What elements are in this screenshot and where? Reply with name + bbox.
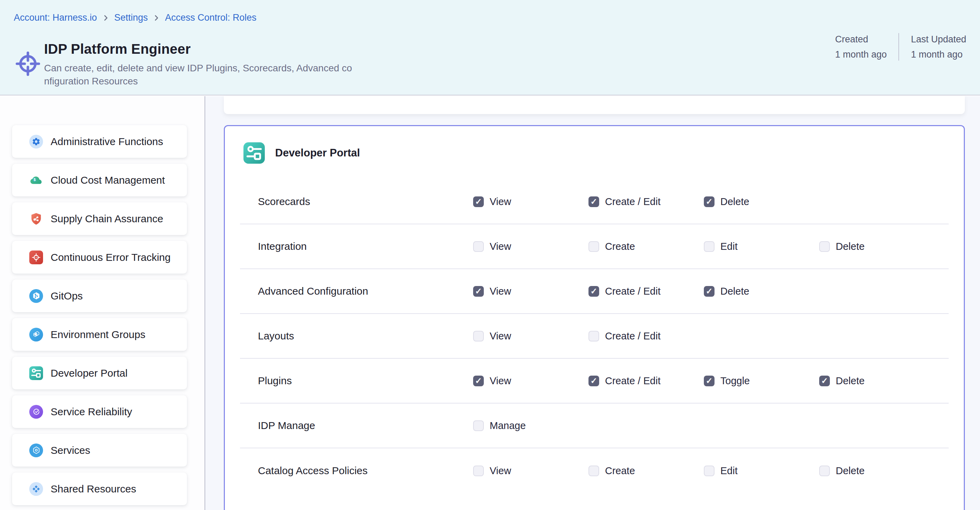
permission-cell: Create / Edit (589, 330, 704, 342)
permission-checkbox[interactable] (473, 196, 484, 207)
permission-cell: Create / Edit (589, 196, 704, 207)
sidebar-item-gitops[interactable]: GitOps (12, 279, 187, 312)
resource-name: Integration (258, 241, 473, 252)
module-title: Developer Portal (275, 147, 360, 159)
resource-name: Catalog Access Policies (258, 465, 473, 477)
permission-cell: View (473, 286, 589, 297)
permission-checkbox[interactable] (473, 421, 484, 431)
hexagon-group-icon (29, 328, 43, 341)
resource-name: Plugins (258, 375, 473, 387)
permission-cell: Edit (704, 241, 819, 252)
breadcrumb-link[interactable]: Access Control: Roles (165, 13, 256, 23)
permission-label: Create (605, 241, 635, 252)
gitops-hexagon-icon (29, 289, 43, 303)
permission-cell: Delete (704, 196, 819, 207)
permission-checkbox[interactable] (473, 465, 484, 476)
permission-checkbox[interactable] (704, 196, 714, 207)
permission-label: Create / Edit (605, 196, 660, 207)
permission-row: Plugins View Create / Edit Toggle Delete (240, 359, 949, 403)
permission-cell: Create / Edit (589, 375, 704, 387)
developer-portal-icon (29, 366, 43, 380)
role-meta: Created 1 month ago Last Updated 1 month… (835, 32, 966, 62)
permission-label: Manage (490, 420, 526, 432)
permission-cell: Delete (819, 465, 935, 477)
permission-cell: Delete (704, 286, 819, 297)
permission-checkbox[interactable] (704, 241, 714, 252)
sidebar-item-label: Services (51, 445, 90, 456)
permission-label: Edit (721, 241, 738, 252)
permission-label: View (490, 196, 511, 207)
permission-checkbox[interactable] (704, 376, 714, 386)
permission-label: View (490, 465, 511, 477)
permission-row: IDP Manage Manage (240, 403, 949, 448)
reliability-check-icon (29, 405, 43, 419)
permission-checkbox[interactable] (589, 196, 599, 207)
sidebar-item-supply-chain-assurance[interactable]: Supply Chain Assurance (12, 202, 187, 235)
permission-cell: View (473, 241, 589, 252)
permission-cell: Create (589, 241, 704, 252)
permission-cell: View (473, 465, 589, 477)
permission-label: Delete (721, 196, 749, 207)
sidebar-item-continuous-error-tracking[interactable]: Continuous Error Tracking (12, 241, 187, 274)
page-title: IDP Platform Engineer (44, 41, 352, 57)
diamond-cluster-icon (29, 482, 43, 496)
page-description: Can create, edit, delete and view IDP Pl… (44, 62, 352, 88)
permission-checkbox[interactable] (704, 465, 714, 476)
sidebar-item-label: Administrative Functions (51, 136, 163, 148)
sidebar-item-label: Continuous Error Tracking (51, 252, 171, 263)
resource-name: Layouts (258, 330, 473, 342)
shield-network-icon (29, 212, 43, 226)
permission-checkbox[interactable] (819, 465, 830, 476)
updated-value: 1 month ago (911, 47, 966, 62)
gitops-hexagon-icon (29, 289, 43, 303)
sidebar-item-services[interactable]: Services (12, 434, 187, 467)
permission-label: Create / Edit (605, 286, 660, 297)
permission-checkbox[interactable] (473, 376, 484, 386)
permission-cell: View (473, 330, 589, 342)
breadcrumb-link[interactable]: Account: Harness.io (14, 13, 97, 23)
permission-checkbox[interactable] (473, 286, 484, 297)
permission-checkbox[interactable] (589, 331, 599, 341)
sidebar-item-label: Cloud Cost Management (51, 174, 165, 186)
updated-label: Last Updated (911, 32, 966, 47)
permission-cell: Edit (704, 465, 819, 477)
permission-checkbox[interactable] (473, 241, 484, 252)
permission-rows: Scorecards View Create / Edit Delete Int… (225, 180, 964, 493)
permission-label: Create (605, 465, 635, 477)
permission-row: Scorecards View Create / Edit Delete (240, 180, 949, 224)
created-label: Created (835, 32, 887, 47)
main-content: Developer Portal Scorecards View Create … (205, 96, 980, 510)
permission-checkbox[interactable] (473, 331, 484, 341)
created-value: 1 month ago (835, 47, 887, 62)
chevron-right-icon (102, 14, 110, 22)
permission-checkbox[interactable] (589, 241, 599, 252)
permission-checkbox[interactable] (819, 376, 830, 386)
sidebar-item-administrative-functions[interactable]: Administrative Functions (12, 125, 187, 158)
breadcrumb: Account: Harness.io Settings Access Cont… (14, 13, 256, 23)
permission-row: Advanced Configuration View Create / Edi… (240, 269, 949, 314)
sidebar-item-label: GitOps (51, 290, 83, 302)
permission-label: Delete (836, 465, 865, 477)
title-block: IDP Platform Engineer Can create, edit, … (44, 41, 352, 88)
permission-label: View (490, 375, 511, 387)
description-line-2: nfiguration Resources (44, 76, 138, 86)
permission-checkbox[interactable] (819, 241, 830, 252)
breadcrumb-link[interactable]: Settings (115, 13, 148, 23)
module-sidebar: Administrative Functions $ Cloud Cost Ma… (0, 96, 205, 510)
sidebar-item-shared-resources[interactable]: Shared Resources (12, 472, 187, 505)
permission-checkbox[interactable] (589, 286, 599, 297)
permission-checkbox[interactable] (704, 286, 714, 297)
permission-cell: View (473, 375, 589, 387)
resource-name: Scorecards (258, 196, 473, 207)
sidebar-item-cloud-cost-management[interactable]: $ Cloud Cost Management (12, 164, 187, 196)
svg-text:$: $ (34, 177, 36, 182)
diamond-cluster-icon (29, 482, 43, 496)
sidebar-item-environment-groups[interactable]: Environment Groups (12, 318, 187, 351)
sidebar-item-developer-portal[interactable]: Developer Portal (12, 357, 187, 389)
permission-cell: Manage (473, 420, 589, 432)
developer-portal-card: Developer Portal Scorecards View Create … (224, 125, 965, 510)
sidebar-item-service-reliability[interactable]: Service Reliability (12, 395, 187, 428)
permission-checkbox[interactable] (589, 465, 599, 476)
permission-checkbox[interactable] (589, 376, 599, 386)
chevron-right-icon (153, 14, 160, 22)
